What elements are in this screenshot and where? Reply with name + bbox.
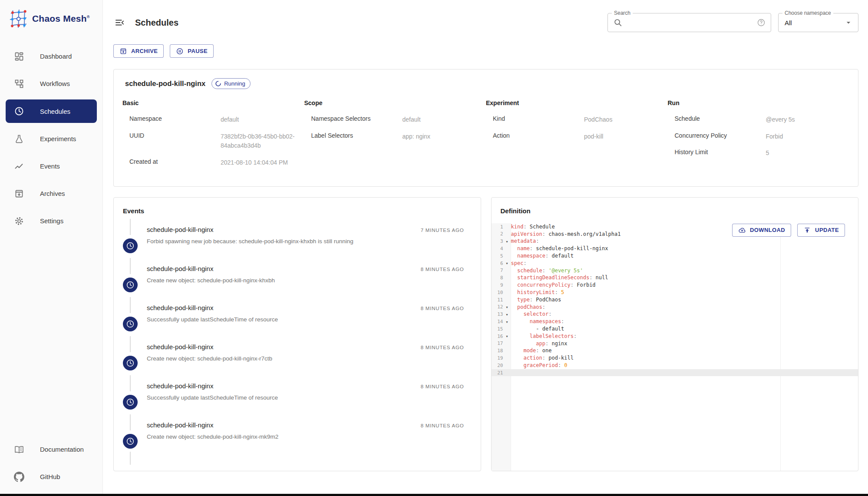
main-content: Schedules Search bbox=[103, 0, 868, 494]
fold-arrow-icon[interactable] bbox=[503, 328, 511, 329]
fold-arrow-icon[interactable]: ▾ bbox=[503, 319, 511, 324]
detail-section: Experiment Kind PodChaos Action pod-kill bbox=[486, 99, 668, 175]
sidebar-item[interactable]: Dashboard bbox=[0, 43, 102, 70]
detail-value: PodChaos bbox=[584, 115, 668, 125]
fold-arrow-icon[interactable] bbox=[503, 351, 511, 351]
sidebar-item-label: Settings bbox=[40, 217, 63, 225]
chevron-down-icon bbox=[844, 18, 853, 27]
detail-value: default bbox=[403, 115, 486, 125]
pause-button[interactable]: PAUSE bbox=[170, 44, 214, 58]
line-number: 13 bbox=[492, 311, 503, 317]
sidebar-item[interactable]: Settings bbox=[0, 207, 102, 235]
namespace-select-label: Choose namespace bbox=[782, 10, 833, 16]
line-number: 21 bbox=[492, 370, 503, 376]
yaml-editor[interactable]: 1 kind: Schedule 2 apiVersion: chaos-mes… bbox=[492, 223, 858, 471]
fold-arrow-icon[interactable] bbox=[503, 343, 511, 344]
clock-icon bbox=[125, 397, 135, 407]
event-dot bbox=[123, 356, 138, 370]
event-time: 8 MINUTES AGO bbox=[421, 384, 464, 389]
fold-arrow-icon[interactable]: ▾ bbox=[503, 334, 511, 339]
detail-row: Label Selectors app: nginx bbox=[304, 132, 486, 142]
detail-row: Schedule @every 5s bbox=[668, 115, 850, 125]
fold-arrow-icon[interactable]: ▾ bbox=[503, 304, 511, 310]
search-input[interactable] bbox=[626, 19, 757, 26]
sidebar-footer-item[interactable]: Documentation bbox=[0, 436, 102, 463]
event-item: schedule-pod-kill-nginx 8 MINUTES AGO Cr… bbox=[114, 334, 481, 374]
event-message: Successfully update lastScheduleTime of … bbox=[147, 394, 464, 401]
sidebar-item[interactable]: Events bbox=[0, 152, 102, 180]
sidebar-item[interactable]: Archives bbox=[0, 180, 102, 207]
namespace-select[interactable]: Choose namespace All bbox=[778, 13, 858, 32]
line-number: 2 bbox=[492, 231, 503, 237]
timeline-connector bbox=[130, 375, 131, 391]
detail-value: @every 5s bbox=[766, 115, 850, 125]
fold-arrow-icon[interactable] bbox=[503, 372, 511, 373]
fold-arrow-icon[interactable] bbox=[503, 255, 511, 256]
sidebar: Chaos Mesh® Dashboard Workflows Schedule… bbox=[0, 0, 103, 494]
definition-panel: Definition DOWNLOAD bbox=[491, 197, 859, 471]
fold-arrow-icon[interactable] bbox=[503, 270, 511, 271]
pause-circle-icon bbox=[176, 47, 184, 55]
sidebar-item-label: Archives bbox=[40, 190, 65, 197]
detail-value: default bbox=[221, 115, 304, 125]
fold-arrow-icon[interactable]: ▾ bbox=[503, 239, 511, 244]
brand-logo[interactable]: Chaos Mesh® bbox=[0, 0, 102, 36]
line-number: 10 bbox=[492, 290, 503, 295]
sidebar-item-label: GitHub bbox=[40, 473, 60, 480]
sidebar-item-label: Workflows bbox=[40, 80, 70, 87]
chaos-mesh-mesh-icon bbox=[8, 9, 28, 29]
header-controls: Search Choose namespace All bbox=[607, 13, 858, 32]
detail-row: History Limit 5 bbox=[668, 149, 850, 158]
timeline-separator bbox=[114, 256, 147, 295]
events-panel-title: Events bbox=[114, 198, 481, 215]
line-number: 1 bbox=[492, 224, 503, 230]
detail-row: Created at 2021-08-10 14:04:04 PM bbox=[122, 158, 304, 168]
fold-arrow-icon[interactable]: ▾ bbox=[503, 261, 511, 266]
workflow-icon bbox=[14, 79, 24, 89]
fold-arrow-icon[interactable] bbox=[503, 365, 511, 366]
fold-arrow-icon[interactable] bbox=[503, 278, 511, 278]
search-field[interactable]: Search bbox=[607, 13, 771, 32]
github-icon bbox=[14, 472, 24, 482]
clock-icon bbox=[14, 106, 24, 116]
fold-arrow-icon[interactable] bbox=[503, 234, 511, 235]
event-dot bbox=[123, 434, 138, 449]
download-button[interactable]: DOWNLOAD bbox=[732, 224, 791, 237]
event-dot bbox=[123, 317, 138, 331]
update-button[interactable]: UPDATE bbox=[797, 224, 845, 237]
fold-arrow-icon[interactable]: ▾ bbox=[503, 312, 511, 317]
event-time: 7 MINUTES AGO bbox=[421, 228, 464, 233]
fold-arrow-icon[interactable] bbox=[503, 285, 511, 286]
clock-icon bbox=[125, 358, 135, 368]
sidebar-footer-item[interactable]: GitHub bbox=[0, 463, 102, 490]
fold-arrow-icon[interactable] bbox=[503, 248, 511, 249]
detail-value: 7382bf2b-0b36-45b0-bb02-84abca4b3d4b bbox=[221, 132, 304, 151]
fold-arrow-icon[interactable] bbox=[503, 357, 511, 358]
section-title: Basic bbox=[122, 99, 304, 106]
namespace-selected-value: All bbox=[785, 19, 792, 26]
code-line: 10 historyLimit: 5 bbox=[492, 289, 858, 296]
detail-label: Created at bbox=[129, 158, 221, 165]
event-message: Create new object: schedule-pod-kill-ngi… bbox=[147, 277, 464, 284]
detail-section: Run Schedule @every 5s Concurrency Polic… bbox=[668, 99, 850, 175]
fold-arrow-icon[interactable] bbox=[503, 292, 511, 293]
sidebar-item-label: Schedules bbox=[40, 108, 70, 115]
help-icon[interactable] bbox=[757, 18, 766, 27]
event-name: schedule-pod-kill-nginx bbox=[147, 382, 213, 390]
event-name: schedule-pod-kill-nginx bbox=[147, 343, 213, 351]
event-item: schedule-pod-kill-nginx 8 MINUTES AGO Cr… bbox=[114, 256, 481, 295]
event-name: schedule-pod-kill-nginx bbox=[147, 226, 213, 233]
menu-open-button[interactable] bbox=[113, 16, 126, 29]
section-title: Scope bbox=[304, 99, 486, 106]
menu-open-icon bbox=[114, 17, 125, 28]
bottom-bar bbox=[0, 494, 868, 496]
sidebar-item[interactable]: Schedules bbox=[6, 99, 97, 123]
sidebar-item[interactable]: Experiments bbox=[0, 125, 102, 152]
sidebar-footer: Documentation GitHub bbox=[0, 436, 102, 494]
fold-arrow-icon[interactable] bbox=[503, 299, 511, 300]
code-line: 13 ▾ selector: bbox=[492, 311, 858, 318]
definition-actions: DOWNLOAD UPDATE bbox=[732, 224, 845, 237]
fold-arrow-icon[interactable] bbox=[503, 226, 511, 227]
archive-button[interactable]: ARCHIVE bbox=[113, 44, 164, 58]
sidebar-item[interactable]: Workflows bbox=[0, 70, 102, 97]
